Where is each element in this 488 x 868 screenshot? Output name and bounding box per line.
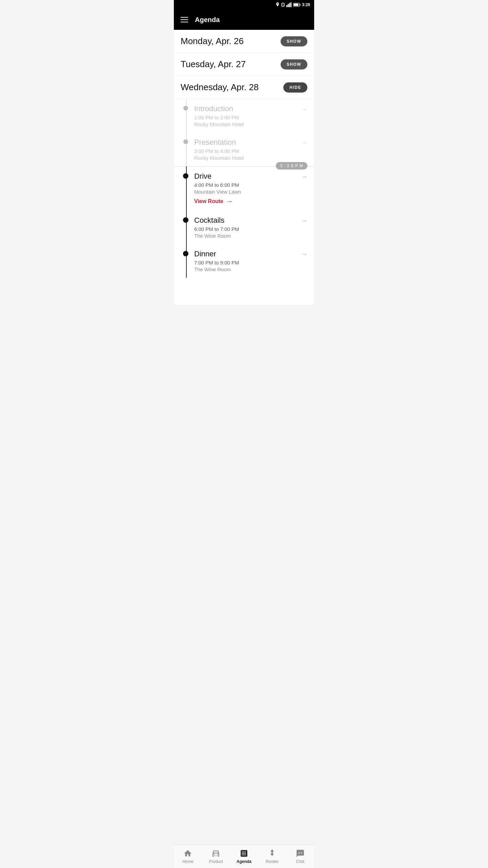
svg-rect-8 xyxy=(290,2,291,7)
svg-rect-7 xyxy=(289,3,290,7)
cocktails-event: Cocktails 6:00 PM to 7:00 PM The Wine Ro… xyxy=(194,211,307,244)
tuesday-section: Tuesday, Apr. 27 SHOW xyxy=(174,53,314,76)
dinner-location: The Wine Room xyxy=(194,267,307,272)
monday-show-button[interactable]: SHOW xyxy=(281,36,307,46)
monday-title: Monday, Apr. 26 xyxy=(181,36,244,46)
cocktails-title: Cocktails xyxy=(194,216,307,225)
svg-rect-11 xyxy=(293,4,298,6)
cocktails-arrow[interactable]: → xyxy=(301,217,307,224)
drive-time: 4:00 PM to 6:00 PM xyxy=(194,182,307,188)
past-events-section: Introduction 1:00 PM to 2:00 PM Rocky Mo… xyxy=(174,99,314,166)
svg-rect-10 xyxy=(300,4,300,6)
introduction-container: Introduction 1:00 PM to 2:00 PM Rocky Mo… xyxy=(174,99,314,133)
drive-arrow[interactable]: → xyxy=(301,173,307,180)
introduction-dot xyxy=(183,106,188,111)
svg-rect-0 xyxy=(282,3,284,6)
wednesday-title: Wednesday, Apr. 28 xyxy=(181,82,259,93)
drive-location: Mountain View Lawn xyxy=(194,189,307,195)
menu-button[interactable] xyxy=(181,17,188,22)
svg-rect-2 xyxy=(284,3,285,4)
svg-rect-6 xyxy=(288,4,289,7)
presentation-event: Presentation 3:00 PM to 4:00 PM Rocky Mo… xyxy=(194,133,307,166)
app-header: Agenda xyxy=(174,9,314,30)
route-arrow-icon: → xyxy=(226,197,233,205)
drive-event: Drive 4:00 PM to 6:00 PM Mountain View L… xyxy=(194,166,307,211)
signal-icon xyxy=(286,2,292,7)
svg-rect-5 xyxy=(286,5,287,7)
introduction-title: Introduction xyxy=(194,104,307,113)
wednesday-section: Wednesday, Apr. 28 HIDE xyxy=(174,76,314,99)
tuesday-title: Tuesday, Apr. 27 xyxy=(181,59,246,70)
introduction-event: Introduction 1:00 PM to 2:00 PM Rocky Mo… xyxy=(194,99,307,133)
view-route-label: View Route xyxy=(194,198,223,204)
view-route-link[interactable]: View Route → xyxy=(194,197,307,205)
dinner-time: 7:00 PM to 9:00 PM xyxy=(194,260,307,265)
cocktails-location: The Wine Room xyxy=(194,233,307,239)
dinner-container: Dinner 7:00 PM to 9:00 PM The Wine Room … xyxy=(174,244,314,278)
monday-section: Monday, Apr. 26 SHOW xyxy=(174,30,314,53)
svg-rect-1 xyxy=(281,3,282,4)
cocktails-dot xyxy=(183,217,188,223)
drive-dot xyxy=(183,173,188,179)
status-icons: 3:28 xyxy=(276,2,310,7)
dinner-dot xyxy=(183,251,188,256)
svg-rect-3 xyxy=(281,5,282,6)
presentation-location: Rocky Mountain Hotel xyxy=(194,155,307,161)
page-title: Agenda xyxy=(195,16,220,24)
presentation-dot xyxy=(183,139,188,144)
main-content: Monday, Apr. 26 SHOW Tuesday, Apr. 27 SH… xyxy=(174,30,314,305)
wednesday-hide-button[interactable]: HIDE xyxy=(283,82,307,93)
introduction-time: 1:00 PM to 2:00 PM xyxy=(194,115,307,120)
clock-display: 3:28 xyxy=(302,2,310,7)
tuesday-show-button[interactable]: SHOW xyxy=(281,59,307,70)
drive-container: Drive 4:00 PM to 6:00 PM Mountain View L… xyxy=(174,166,314,211)
status-bar: 3:28 xyxy=(174,0,314,9)
presentation-container: Presentation 3:00 PM to 4:00 PM Rocky Mo… xyxy=(174,133,314,166)
svg-rect-4 xyxy=(284,5,285,6)
introduction-location: Rocky Mountain Hotel xyxy=(194,121,307,127)
presentation-arrow[interactable]: → xyxy=(301,139,307,146)
drive-title: Drive xyxy=(194,172,307,181)
active-events-section: Drive 4:00 PM to 6:00 PM Mountain View L… xyxy=(174,166,314,278)
cocktails-container: Cocktails 6:00 PM to 7:00 PM The Wine Ro… xyxy=(174,211,314,244)
dinner-title: Dinner xyxy=(194,250,307,258)
presentation-time: 3:00 PM to 4:00 PM xyxy=(194,148,307,154)
dinner-event: Dinner 7:00 PM to 9:00 PM The Wine Room … xyxy=(194,244,307,278)
location-icon xyxy=(276,2,280,7)
cocktails-time: 6:00 PM to 7:00 PM xyxy=(194,226,307,232)
vibrate-icon xyxy=(281,2,285,7)
dinner-arrow[interactable]: → xyxy=(301,251,307,258)
introduction-arrow[interactable]: → xyxy=(301,106,307,113)
battery-icon xyxy=(293,3,301,7)
presentation-title: Presentation xyxy=(194,138,307,147)
